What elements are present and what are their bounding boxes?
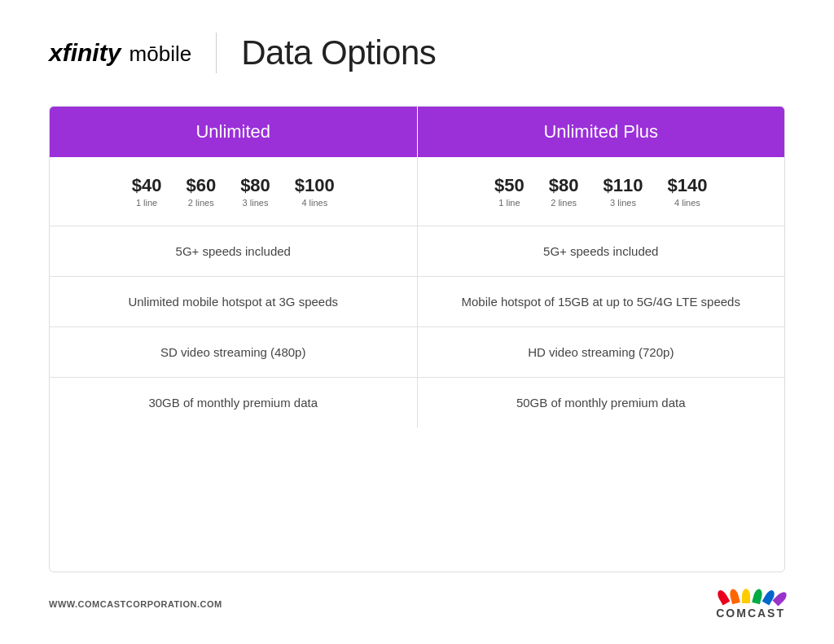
footer-url: WWW.COMCASTCORPORATION.COM — [49, 599, 222, 609]
feature-row-2: Unlimited mobile hotspot at 3G speeds Mo… — [50, 277, 784, 327]
logo-area: xfinity mōbile — [49, 39, 191, 67]
feature-row-3: SD video streaming (480p) HD video strea… — [50, 327, 784, 378]
price-item: $100 4 lines — [295, 175, 335, 208]
pricing-row: $40 1 line $60 2 lines $80 3 lines $100 … — [50, 157, 784, 226]
price-item: $80 3 lines — [240, 175, 270, 208]
peacock-icon — [722, 589, 779, 603]
feature-row-4: 30GB of monthly premium data 50GB of mon… — [50, 378, 784, 427]
feather-orange — [728, 588, 740, 604]
feature-cell-3-2: HD video streaming (720p) — [418, 327, 785, 377]
comparison-table: Unlimited Unlimited Plus $40 1 line $60 … — [49, 106, 785, 572]
header: xfinity mōbile Data Options — [49, 33, 785, 73]
feather-yellow — [742, 589, 750, 603]
feature-cell-2-2: Mobile hotspot of 15GB at up to 5G/4G LT… — [418, 277, 785, 326]
feature-cell-1-2: 5G+ speeds included — [418, 226, 785, 276]
feather-green — [752, 588, 763, 604]
feather-red — [715, 589, 730, 606]
plan-headers: Unlimited Unlimited Plus — [50, 107, 784, 157]
brand-mobile: mōbile — [123, 42, 191, 67]
price-item: $40 1 line — [132, 175, 162, 208]
price-item: $110 3 lines — [604, 175, 643, 208]
feature-row-1: 5G+ speeds included 5G+ speeds included — [50, 226, 784, 277]
brand-x: x — [49, 39, 63, 67]
price-item: $80 2 lines — [549, 175, 579, 208]
plan-header-unlimited-plus: Unlimited Plus — [418, 107, 785, 157]
page-title: Data Options — [241, 33, 436, 72]
footer: WWW.COMCASTCORPORATION.COM COMCAST — [49, 589, 785, 620]
page: xfinity mōbile Data Options Unlimited Un… — [0, 0, 834, 644]
feature-cell-1-1: 5G+ speeds included — [50, 226, 418, 276]
plan-header-unlimited: Unlimited — [50, 107, 418, 157]
feature-cell-4-2: 50GB of monthly premium data — [418, 378, 785, 427]
price-item: $50 1 line — [494, 175, 525, 208]
xfinity-mobile-logo: xfinity mōbile — [49, 39, 191, 67]
price-item: $60 2 lines — [186, 175, 216, 208]
price-item: $140 4 lines — [667, 175, 707, 208]
brand-finity: finity — [63, 39, 121, 67]
header-divider — [216, 33, 217, 73]
pricing-section-unlimited: $40 1 line $60 2 lines $80 3 lines $100 … — [50, 157, 418, 226]
feature-cell-4-1: 30GB of monthly premium data — [50, 378, 418, 427]
feather-blue — [762, 589, 776, 606]
comcast-logo: COMCAST — [716, 589, 785, 620]
feature-cell-3-1: SD video streaming (480p) — [50, 327, 418, 377]
feature-cell-2-1: Unlimited mobile hotspot at 3G speeds — [50, 277, 418, 326]
pricing-section-unlimited-plus: $50 1 line $80 2 lines $110 3 lines $140… — [418, 157, 785, 226]
comcast-brand-name: COMCAST — [716, 607, 785, 620]
